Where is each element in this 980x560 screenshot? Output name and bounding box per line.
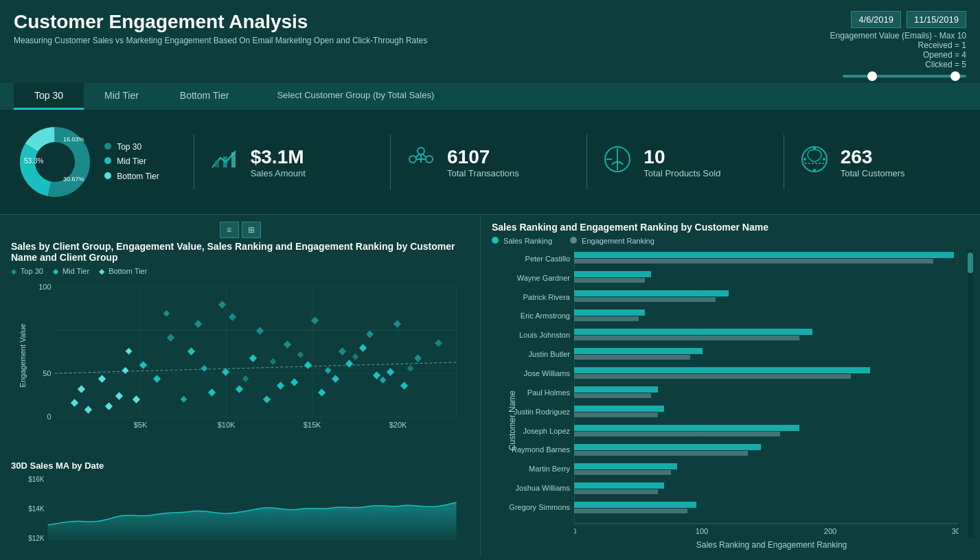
- scrollbar-thumb[interactable]: [968, 253, 973, 273]
- svg-rect-53: [394, 320, 401, 327]
- kpi-transactions: 6107 Total Transactions: [404, 143, 573, 182]
- customer-label-4: Louis Johnston: [492, 331, 570, 339]
- svg-point-10: [409, 156, 416, 163]
- customer-label-6: Jose Williams: [492, 369, 570, 377]
- svg-rect-108: [574, 290, 729, 296]
- svg-rect-47: [229, 313, 236, 320]
- svg-rect-121: [574, 412, 658, 417]
- svg-rect-60: [277, 382, 284, 389]
- slider-thumb-right[interactable]: [950, 71, 960, 81]
- scatter-svg: 100 50 0 $5K $10K $15K $20K Engagement V…: [11, 280, 469, 431]
- svg-rect-123: [574, 432, 780, 436]
- svg-rect-45: [167, 334, 174, 341]
- legend-top30-scatter: ◆ Top 30: [11, 267, 43, 276]
- tab-top30[interactable]: Top 30: [14, 83, 84, 110]
- customer-label-0: Peter Castillo: [492, 255, 570, 263]
- svg-rect-78: [84, 406, 92, 413]
- svg-point-23: [823, 158, 825, 161]
- svg-text:$10K: $10K: [218, 421, 236, 429]
- svg-rect-116: [574, 367, 870, 373]
- svg-rect-56: [153, 375, 161, 382]
- ma-svg: $16K $14K $12K: [11, 474, 469, 546]
- slider-thumb-left[interactable]: [867, 71, 877, 81]
- svg-text:100: 100: [38, 283, 51, 291]
- svg-rect-119: [574, 393, 651, 398]
- engagement-slider[interactable]: [843, 75, 966, 78]
- bar-chart-container: Peter Castillo Wayne Gardner Patrick Riv…: [492, 249, 969, 537]
- svg-text:$16K: $16K: [28, 476, 45, 483]
- svg-line-15: [416, 154, 420, 157]
- kpi-products: 10 Total Products Sold: [601, 143, 769, 182]
- svg-rect-130: [574, 502, 696, 508]
- svg-rect-65: [208, 388, 216, 396]
- svg-rect-48: [256, 327, 264, 334]
- sales-icon: [208, 143, 241, 182]
- svg-rect-72: [400, 382, 408, 389]
- svg-rect-125: [574, 451, 748, 456]
- tab-midtier[interactable]: Mid Tier: [84, 83, 159, 110]
- products-icon: [601, 143, 634, 182]
- kpi-products-value: 10: [643, 146, 720, 168]
- expand-button[interactable]: ⊞: [242, 222, 261, 238]
- svg-rect-80: [181, 396, 187, 403]
- customer-label-7: Paul Holmes: [492, 388, 570, 397]
- svg-rect-82: [242, 375, 249, 382]
- tab-bottomtier[interactable]: Bottom Tier: [159, 83, 250, 110]
- date-range: 4/6/2019 11/15/2019: [851, 11, 966, 28]
- svg-rect-8: [223, 156, 227, 167]
- bar-chart-title: Sales Ranking and Engagement Ranking by …: [492, 222, 969, 233]
- svg-rect-71: [373, 371, 380, 379]
- scatter-plot: 100 50 0 $5K $10K $15K $20K Engagement V…: [11, 280, 469, 455]
- customer-label-10: Raymond Barnes: [492, 445, 570, 454]
- svg-rect-69: [318, 388, 326, 396]
- chart-toolbar: ≡ ⊞: [11, 222, 469, 238]
- svg-rect-57: [187, 347, 195, 355]
- svg-text:300: 300: [952, 527, 959, 535]
- svg-rect-118: [574, 386, 658, 393]
- customer-label-12: Joshua Williams: [492, 484, 570, 492]
- svg-rect-84: [297, 351, 304, 358]
- svg-text:30.67%: 30.67%: [63, 176, 84, 183]
- svg-rect-63: [359, 344, 367, 351]
- opened-label: Opened = 4: [830, 50, 966, 60]
- legend-bottomtier: Bottom Tier: [104, 170, 159, 185]
- svg-text:$12K: $12K: [28, 535, 45, 542]
- kpi-divider-3: [586, 135, 587, 189]
- kpi-customers-label: Total Customers: [841, 168, 905, 178]
- svg-rect-126: [574, 463, 677, 469]
- svg-rect-112: [574, 329, 812, 335]
- nav-tabs: Top 30 Mid Tier Bottom Tier Select Custo…: [0, 83, 980, 110]
- svg-rect-127: [574, 470, 671, 475]
- svg-line-16: [422, 154, 426, 157]
- kpi-customers-text: 263 Total Customers: [841, 146, 905, 178]
- customer-group-select[interactable]: Select Customer Group (by Total Sales): [263, 83, 448, 110]
- svg-rect-68: [290, 378, 298, 386]
- ma-title: 30D Sales MA by Date: [11, 460, 469, 471]
- svg-text:53.3%: 53.3%: [24, 157, 43, 165]
- bar-y-label: Customer Name: [508, 390, 517, 450]
- customer-label-3: Eric Armstrong: [492, 312, 570, 320]
- svg-rect-124: [574, 444, 761, 450]
- svg-text:$20K: $20K: [389, 421, 407, 429]
- svg-rect-104: [574, 252, 954, 258]
- scrollbar[interactable]: [968, 249, 973, 537]
- header-left: Customer Engagement Analysis Measuring C…: [14, 11, 427, 45]
- date-end-button[interactable]: 11/15/2019: [907, 11, 966, 28]
- svg-text:50: 50: [43, 369, 51, 377]
- date-start-button[interactable]: 4/6/2019: [851, 11, 901, 28]
- svg-rect-49: [284, 340, 291, 348]
- svg-rect-73: [78, 385, 85, 393]
- svg-text:Sales by Client Group: Sales by Client Group: [220, 430, 294, 431]
- svg-rect-88: [407, 365, 414, 372]
- svg-rect-52: [366, 330, 374, 338]
- kpi-customers: 263 Total Customers: [798, 143, 966, 182]
- kpi-divider-2: [390, 135, 391, 189]
- kpi-transactions-text: 6107 Total Transactions: [447, 146, 519, 178]
- svg-point-12: [418, 148, 424, 154]
- focus-mode-button[interactable]: ≡: [220, 222, 239, 238]
- bar-chart-legend: Sales Ranking Engagement Ranking: [492, 237, 969, 245]
- svg-rect-115: [574, 355, 690, 360]
- bar-chart-svg: 0 100 200 300: [574, 249, 959, 537]
- svg-point-22: [813, 147, 816, 150]
- svg-rect-90: [218, 301, 226, 308]
